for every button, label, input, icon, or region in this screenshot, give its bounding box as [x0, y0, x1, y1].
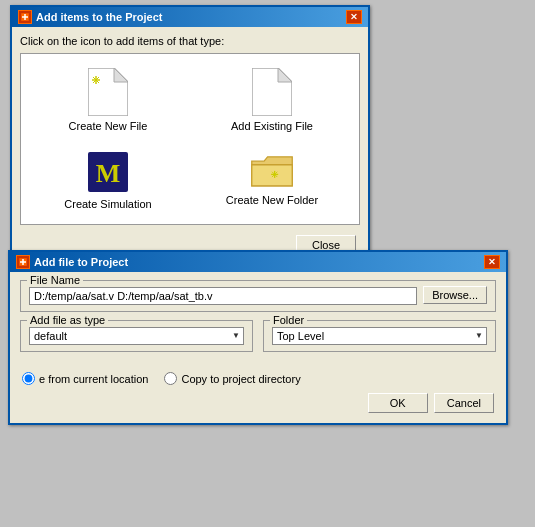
add-existing-file-label: Add Existing File: [231, 120, 313, 132]
svg-marker-10: [278, 68, 292, 82]
folder-group: Folder Top Level: [263, 320, 496, 352]
add-file-title-bar: Add file to Project ✕: [10, 252, 506, 272]
existing-file-icon: [252, 68, 292, 116]
cancel-button[interactable]: Cancel: [434, 393, 494, 413]
action-row: OK Cancel: [20, 389, 496, 415]
dialog2-close-button[interactable]: ✕: [484, 255, 500, 269]
folder-wrapper: Top Level: [272, 325, 487, 345]
add-file-dialog: Add file to Project ✕ File Name Browse..…: [8, 250, 508, 425]
radio-option2-label[interactable]: Copy to project directory: [164, 372, 300, 385]
svg-text:M: M: [96, 159, 121, 188]
title-bar-left2: Add file to Project: [16, 255, 128, 269]
create-simulation-item[interactable]: M Create Simulation: [31, 146, 185, 214]
create-new-file-label: Create New File: [69, 120, 148, 132]
radio-option2-text: Copy to project directory: [181, 373, 300, 385]
file-name-legend: File Name: [27, 274, 83, 286]
type-folder-row: Add file as type default Folder Top Leve…: [20, 320, 496, 360]
title-bar-left: Add items to the Project: [18, 10, 163, 24]
app-icon2: [16, 255, 30, 269]
ok-button[interactable]: OK: [368, 393, 428, 413]
new-file-icon: [88, 68, 128, 116]
radio-copy-to-project[interactable]: [164, 372, 177, 385]
radio-row: e from current location Copy to project …: [20, 368, 496, 389]
file-name-input[interactable]: [29, 287, 417, 305]
add-existing-file-item[interactable]: Add Existing File: [195, 64, 349, 136]
dialog2-title: Add file to Project: [34, 256, 128, 268]
dialog2-content: File Name Browse... Add file as type def…: [10, 272, 506, 423]
folder-select[interactable]: Top Level: [272, 327, 487, 345]
svg-marker-3: [88, 68, 128, 116]
svg-marker-9: [252, 68, 292, 116]
radio-option1-text: e from current location: [39, 373, 148, 385]
instruction-label: Click on the icon to add items of that t…: [20, 35, 360, 47]
add-as-type-wrapper: default: [29, 325, 244, 345]
add-as-type-select[interactable]: default: [29, 327, 244, 345]
create-new-folder-item[interactable]: Create New Folder: [195, 146, 349, 214]
file-name-group: File Name Browse...: [20, 280, 496, 312]
add-items-dialog: Add items to the Project ✕ Click on the …: [10, 5, 370, 267]
add-items-title-bar: Add items to the Project ✕: [12, 7, 368, 27]
create-new-file-item[interactable]: Create New File: [31, 64, 185, 136]
create-new-folder-label: Create New Folder: [226, 194, 318, 206]
add-as-type-group: Add file as type default: [20, 320, 253, 352]
create-simulation-label: Create Simulation: [64, 198, 151, 210]
dialog1-title: Add items to the Project: [36, 11, 163, 23]
file-name-row: Browse...: [29, 285, 487, 305]
app-icon: [18, 10, 32, 24]
new-folder-icon: [250, 150, 294, 190]
dialog1-close-button[interactable]: ✕: [346, 10, 362, 24]
radio-current-location[interactable]: [22, 372, 35, 385]
icon-grid: Create New File Add Existing File M Crea…: [20, 53, 360, 225]
dialog1-content: Click on the icon to add items of that t…: [12, 27, 368, 265]
browse-button[interactable]: Browse...: [423, 286, 487, 304]
svg-marker-4: [114, 68, 128, 82]
radio-option1-label[interactable]: e from current location: [22, 372, 148, 385]
simulation-icon: M: [86, 150, 130, 194]
